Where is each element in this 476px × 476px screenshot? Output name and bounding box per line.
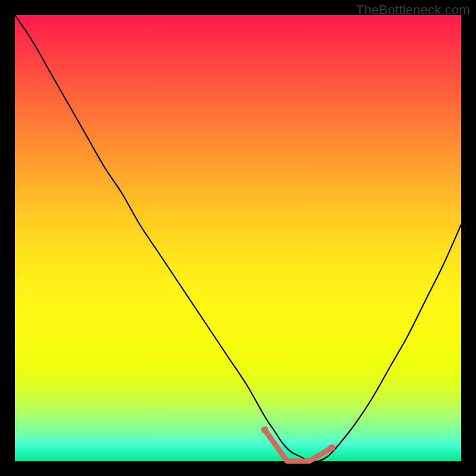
svg-point-1	[328, 444, 336, 452]
optimal-range-marker	[15, 15, 461, 461]
watermark-text: TheBottleneck.com	[356, 2, 470, 18]
plot-area	[15, 15, 461, 461]
chart-frame: TheBottleneck.com	[0, 0, 476, 476]
